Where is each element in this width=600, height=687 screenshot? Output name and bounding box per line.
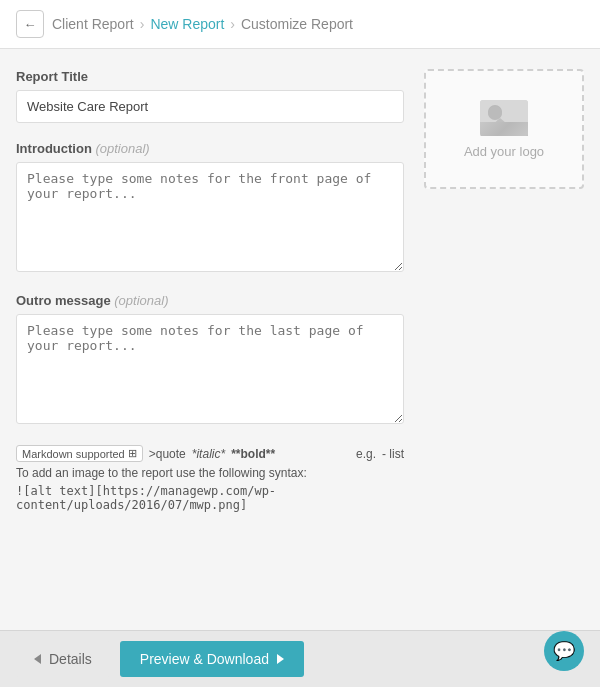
page-header: ← Client Report › New Report › Customize… xyxy=(0,0,600,49)
report-title-label: Report Title xyxy=(16,69,404,84)
markdown-label: Markdown supported xyxy=(22,448,125,460)
breadcrumb-client-report: Client Report xyxy=(52,16,134,32)
report-title-group: Report Title xyxy=(16,69,404,123)
outro-textarea[interactable] xyxy=(16,314,404,424)
markdown-badge: Markdown supported ⊞ xyxy=(16,445,143,462)
breadcrumb-customize-report: Customize Report xyxy=(241,16,353,32)
breadcrumb-new-report[interactable]: New Report xyxy=(150,16,224,32)
logo-label: Add your logo xyxy=(464,144,544,159)
chevron-right-icon xyxy=(277,654,284,664)
logo-upload-box[interactable]: Add your logo xyxy=(424,69,584,189)
markdown-row: Markdown supported ⊞ >quote *italic* **b… xyxy=(16,445,404,462)
breadcrumb-sep-1: › xyxy=(140,16,145,32)
preview-download-button[interactable]: Preview & Download xyxy=(120,641,304,677)
report-title-input[interactable] xyxy=(16,90,404,123)
back-button[interactable]: ← xyxy=(16,10,44,38)
svg-point-1 xyxy=(488,105,502,119)
markdown-italic: *italic* xyxy=(192,447,225,461)
markdown-list: - list xyxy=(382,447,404,461)
svg-rect-0 xyxy=(480,100,528,136)
form-layout: Report Title Introduction (optional) Out… xyxy=(16,69,584,512)
chat-bubble[interactable]: 💬 xyxy=(544,631,584,671)
introduction-label: Introduction (optional) xyxy=(16,141,404,156)
back-icon: ← xyxy=(24,17,37,32)
details-label: Details xyxy=(49,651,92,667)
chevron-left-icon xyxy=(34,654,41,664)
outro-label: Outro message (optional) xyxy=(16,293,404,308)
markdown-image-syntax: ![alt text][https://managewp.com/wp-cont… xyxy=(16,484,404,512)
breadcrumb-sep-2: › xyxy=(230,16,235,32)
outro-group: Outro message (optional) xyxy=(16,293,404,427)
left-column: Report Title Introduction (optional) Out… xyxy=(16,69,404,512)
markdown-quote: >quote xyxy=(149,447,186,461)
introduction-group: Introduction (optional) xyxy=(16,141,404,275)
markdown-icon: ⊞ xyxy=(128,447,137,460)
right-column: Add your logo xyxy=(424,69,584,189)
breadcrumb: Client Report › New Report › Customize R… xyxy=(52,16,353,32)
chat-icon: 💬 xyxy=(553,640,575,662)
markdown-section: Markdown supported ⊞ >quote *italic* **b… xyxy=(16,445,404,512)
details-button[interactable]: Details xyxy=(16,641,110,677)
footer: Details Preview & Download xyxy=(0,630,600,687)
introduction-textarea[interactable] xyxy=(16,162,404,272)
markdown-eg: e.g. xyxy=(356,447,376,461)
logo-placeholder-icon xyxy=(480,100,528,136)
introduction-optional: (optional) xyxy=(95,141,149,156)
image-placeholder-svg xyxy=(480,100,528,136)
main-content: Report Title Introduction (optional) Out… xyxy=(0,49,600,532)
markdown-bold: **bold** xyxy=(231,447,275,461)
markdown-image-note: To add an image to the report use the fo… xyxy=(16,466,404,480)
outro-optional: (optional) xyxy=(114,293,168,308)
preview-label: Preview & Download xyxy=(140,651,269,667)
